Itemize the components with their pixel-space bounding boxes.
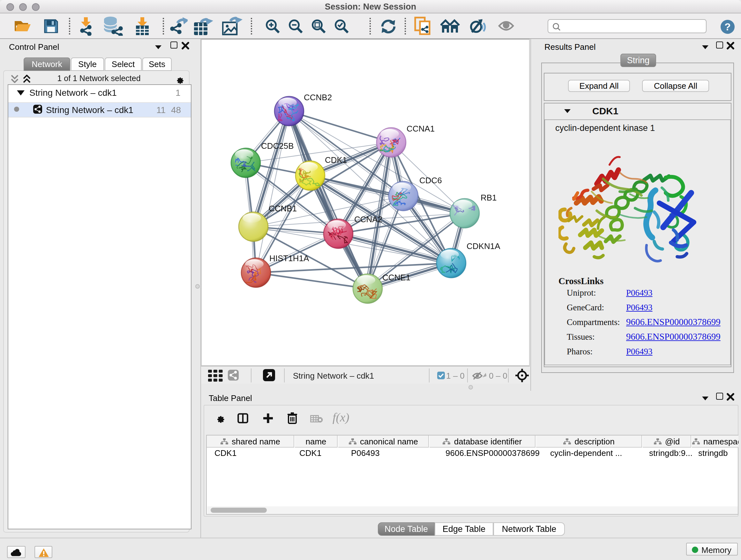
svg-text:?: ? <box>724 21 731 33</box>
svg-text:CDKN1A: CDKN1A <box>467 241 500 251</box>
svg-text:HIST1H1A: HIST1H1A <box>269 253 309 263</box>
svg-text:RB1: RB1 <box>481 193 497 202</box>
svg-text:CCNB1: CCNB1 <box>269 204 297 213</box>
svg-text:CCNE1: CCNE1 <box>382 273 410 282</box>
svg-text:CDC6: CDC6 <box>419 176 442 185</box>
svg-text:CDC25B: CDC25B <box>261 141 294 151</box>
svg-text:CCNB2: CCNB2 <box>304 92 332 102</box>
svg-text:CDK1: CDK1 <box>325 155 347 165</box>
svg-text:CCNA1: CCNA1 <box>407 124 434 133</box>
svg-text:CCNA2: CCNA2 <box>354 214 382 224</box>
